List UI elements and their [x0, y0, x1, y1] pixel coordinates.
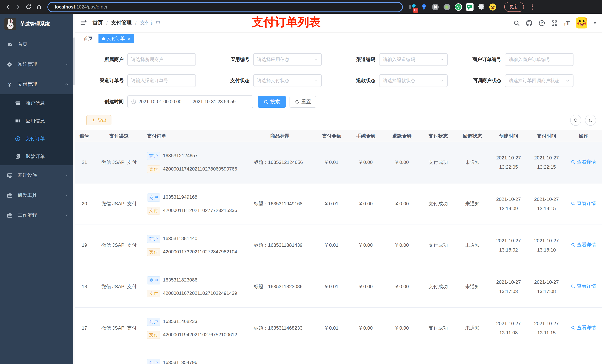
- extension-command-icon[interactable]: ⌘: [432, 3, 439, 10]
- refund-status-select[interactable]: 请选择退款状态: [379, 74, 448, 87]
- browser-menu-icon[interactable]: [532, 4, 533, 10]
- view-detail-link[interactable]: 查看详情: [571, 323, 596, 332]
- view-detail-link[interactable]: 查看详情: [571, 157, 596, 167]
- app-select[interactable]: 请选择应用信息: [253, 53, 322, 66]
- copy-document-icon: [15, 154, 20, 159]
- cell-pay-time: 2021-10-27 13:18:10: [528, 236, 565, 255]
- profile-emoji-icon[interactable]: [489, 3, 496, 10]
- pay-status-select[interactable]: 请选择支付状态: [253, 74, 322, 87]
- cell-pay-time: 2021-10-27 13:11:15: [528, 319, 565, 338]
- cell-id: 20: [75, 199, 94, 208]
- merchant-tag: 商户: [147, 152, 160, 160]
- filter-label: 所属商户: [75, 56, 127, 63]
- filter-row-1: 所属商户 请选择所属商户 应用编号 请选择应用信息 渠道编码 请输入渠道: [75, 53, 602, 66]
- sidebar-item-pay-order[interactable]: 支付订单: [0, 130, 73, 148]
- date-range-input[interactable]: 2021-10-01 00:00:00 - 2021-10-31 23:59:5…: [127, 95, 253, 108]
- filter-label: 应用编号: [201, 56, 253, 63]
- merchant-tag: 商户: [147, 235, 160, 243]
- cell-pay-order: 商户 1635312124657 支付 42000011742021102780…: [144, 152, 245, 173]
- view-detail-link[interactable]: 查看详情: [571, 199, 596, 208]
- tags-view-bar: 首页 支付订单 ×: [75, 32, 602, 45]
- table-row-partial[interactable]: 商户 1635311354796: [75, 349, 602, 364]
- sidebar-item-workflow[interactable]: 工作流程: [0, 205, 73, 225]
- fullscreen-icon[interactable]: [551, 20, 557, 26]
- cell-notify-status: 未通知: [456, 282, 489, 291]
- app-logo-row[interactable]: 芋道管理系统: [0, 14, 73, 34]
- url-bar[interactable]: localhost:1024/pay/order: [47, 2, 403, 12]
- browser-update-button[interactable]: 更新: [504, 2, 524, 12]
- close-icon[interactable]: ×: [128, 36, 130, 41]
- sidebar-item-app-info[interactable]: 应用信息: [0, 112, 73, 130]
- channel-order-no-input[interactable]: 请输入渠道订单号: [127, 74, 196, 87]
- url-text: localhost:1024/pay/order: [55, 4, 108, 10]
- breadcrumb-separator: /: [135, 20, 137, 26]
- browser-forward-icon[interactable]: [13, 2, 23, 12]
- breadcrumb-current: 支付订单: [140, 20, 161, 26]
- extension-chat-icon[interactable]: [466, 3, 473, 10]
- svg-text:?: ?: [540, 21, 543, 25]
- refresh-icon[interactable]: [585, 115, 596, 126]
- github-icon[interactable]: [526, 20, 532, 26]
- sidebar-item-refund-order[interactable]: 退款订单: [0, 148, 73, 165]
- sidebar-item-home[interactable]: 首页: [0, 34, 73, 54]
- table-row[interactable]: 19 微信 JSAPI 支付 商户 1635311881440 支付 42000…: [75, 225, 602, 266]
- browser-home-icon[interactable]: [34, 2, 44, 12]
- extensions-puzzle-icon[interactable]: [478, 3, 485, 10]
- search-button[interactable]: 搜索: [258, 96, 286, 108]
- font-size-icon[interactable]: TT: [564, 20, 570, 26]
- pay-tag: 支付: [147, 248, 160, 256]
- col-amount: 支付金额: [315, 133, 348, 139]
- merchant-order-no: 1635311823086: [163, 277, 197, 283]
- cell-id: 18: [75, 282, 94, 291]
- sidebar-scrollbar[interactable]: [73, 14, 75, 364]
- navbar: 首页 / 支付管理 / 支付订单 支付订单列表 ? TT: [75, 14, 602, 32]
- cell-notify-status: 未通知: [456, 199, 489, 208]
- sidebar-item-payment[interactable]: ¥ 支付管理: [0, 74, 73, 94]
- sidebar-item-system[interactable]: 系统管理: [0, 54, 73, 74]
- cell-id: 17: [75, 324, 94, 333]
- chevron-down-icon: [314, 58, 318, 62]
- tab-pay-order[interactable]: 支付订单 ×: [98, 34, 134, 43]
- extension-y-icon[interactable]: y: [455, 3, 462, 10]
- extension-badge: 10: [413, 8, 418, 12]
- help-icon[interactable]: ?: [538, 20, 545, 26]
- cell-refund: ¥ 0.00: [384, 199, 420, 208]
- merchant-select[interactable]: 请选择所属商户: [127, 53, 196, 66]
- merchant-order-no-input[interactable]: 请输入商户订单编号: [505, 53, 573, 66]
- notify-status-select[interactable]: 请选择订单回调商户状态: [505, 74, 573, 87]
- extension-diamond-icon[interactable]: 10: [409, 3, 416, 10]
- toggle-search-icon[interactable]: [570, 115, 581, 126]
- sidebar: 芋道管理系统 首页 系统管理 ¥ 支付管理: [0, 14, 73, 364]
- browser-back-icon[interactable]: [3, 2, 13, 12]
- export-button[interactable]: 导出: [86, 115, 111, 125]
- tab-home[interactable]: 首页: [80, 34, 96, 43]
- sidebar-item-label: 应用信息: [26, 118, 45, 124]
- table-row[interactable]: 17 微信 JSAPI 支付 商户 1635311468233 支付 42000…: [75, 308, 602, 349]
- filter-notify-status: 回调商户状态 请选择订单回调商户状态: [452, 74, 578, 87]
- cell-pay-time: 2021-10-27 13:22:15: [528, 154, 565, 172]
- cell-notify-status: 未通知: [456, 324, 489, 333]
- sidebar-item-infrastructure[interactable]: 基础设施: [0, 165, 73, 185]
- sidebar-toggle-icon[interactable]: [80, 20, 87, 26]
- browser-reload-icon[interactable]: [24, 2, 33, 12]
- channel-code-select[interactable]: 请输入渠道编码: [379, 53, 448, 66]
- avatar[interactable]: [576, 17, 587, 29]
- cell-create-time: 2021-10-27 13:19:09: [489, 195, 528, 213]
- extension-gem-icon[interactable]: [420, 3, 428, 10]
- avatar-caret-icon[interactable]: [593, 22, 596, 26]
- chevron-down-icon: [440, 58, 444, 62]
- extension-record-icon[interactable]: [443, 3, 451, 10]
- cell-amount: ¥ 0.01: [315, 158, 348, 167]
- view-detail-link[interactable]: 查看详情: [571, 240, 596, 250]
- table-row[interactable]: 18 微信 JSAPI 支付 商户 1635311823086 支付 42000…: [75, 266, 602, 308]
- sidebar-item-merchant-info[interactable]: 商户信息: [0, 94, 73, 112]
- table-row[interactable]: 20 微信 JSAPI 支付 商户 1635311949168 支付 42000…: [75, 184, 602, 225]
- sidebar-item-dev-tools[interactable]: 研发工具: [0, 185, 73, 205]
- table-row[interactable]: 21 微信 JSAPI 支付 商户 1635312124657 支付 42000…: [75, 142, 602, 184]
- header-search-icon[interactable]: [513, 20, 520, 26]
- reset-button[interactable]: 重置: [290, 96, 316, 108]
- pay-order-no: 4200001174202110278060590766: [163, 166, 237, 172]
- view-detail-link[interactable]: 查看详情: [571, 282, 596, 291]
- breadcrumb-pay-management[interactable]: 支付管理: [111, 20, 132, 26]
- breadcrumb-home[interactable]: 首页: [93, 20, 103, 26]
